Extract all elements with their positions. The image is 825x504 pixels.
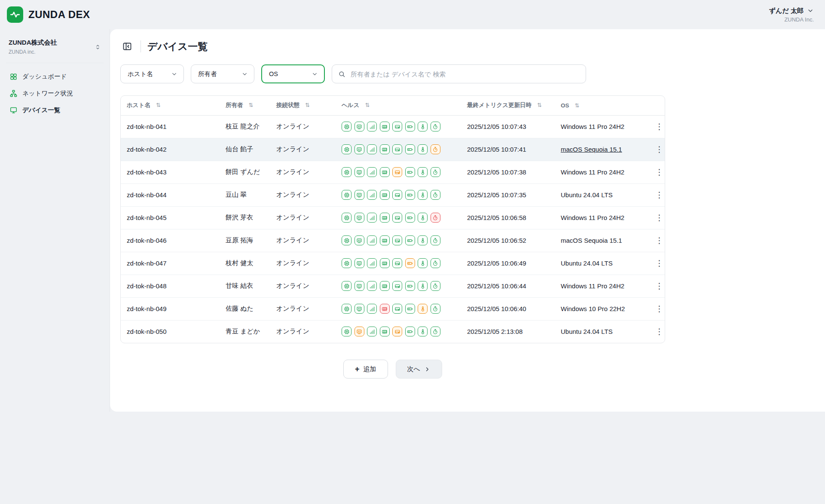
user-menu[interactable]: ずんだ 太郎 ZUNDA Inc. — [769, 7, 814, 23]
sort-icon[interactable]: ⇅ — [153, 101, 163, 109]
row-menu-button[interactable]: ⋮ — [652, 144, 665, 155]
org-subtitle: ZUNDA inc. — [9, 49, 57, 55]
search-input[interactable] — [350, 70, 580, 78]
battery-icon — [405, 258, 415, 268]
next-page-button[interactable]: 次へ — [396, 360, 442, 379]
table-row[interactable]: zd-tok-nb-047枝村 健太オンライン2025/12/05 10:06:… — [121, 252, 665, 275]
host-name: zd-tok-nb-042 — [127, 146, 167, 153]
owner-cell: 豆原 拓海 — [220, 229, 270, 252]
health-badges — [342, 190, 459, 200]
uptime-icon — [431, 304, 440, 314]
disk-icon — [392, 327, 402, 336]
last-metrics-time: 2025/12/05 10:06:58 — [467, 214, 526, 221]
host-cell: zd-tok-nb-046 — [121, 229, 220, 252]
filter-label: OS — [269, 70, 278, 77]
host-name: zd-tok-nb-049 — [127, 305, 167, 312]
last-metrics-time: 2025/12/05 10:07:41 — [467, 146, 526, 153]
row-menu-button[interactable]: ⋮ — [652, 303, 665, 315]
add-device-button[interactable]: + 追加 — [343, 360, 388, 379]
sidebar-item-label: ダッシュボード — [22, 73, 67, 81]
table-row[interactable]: zd-tok-nb-049佐藤 ぬたオンライン2025/12/05 10:06:… — [121, 297, 665, 320]
network-icon — [9, 89, 18, 98]
row-menu-button[interactable]: ⋮ — [652, 235, 665, 246]
host-name: zd-tok-nb-045 — [127, 214, 167, 221]
sidebar-item-devices[interactable]: デバイス一覧 — [6, 102, 104, 119]
row-menu-button[interactable]: ⋮ — [652, 212, 665, 223]
os-link[interactable]: macOS Sequoia 15.1 — [561, 146, 622, 153]
signal-icon — [367, 258, 377, 268]
table-row[interactable]: zd-tok-nb-048甘味 結衣オンライン2025/12/05 10:06:… — [121, 275, 665, 297]
updated-cell: 2025/12/05 10:06:52 — [461, 229, 555, 252]
filter-label: ホスト名 — [128, 70, 153, 78]
health-badges — [342, 281, 459, 291]
battery-icon — [405, 327, 415, 336]
owner-name: 仙台 餡子 — [226, 145, 253, 153]
connection-status: オンライン — [276, 282, 309, 289]
table-row[interactable]: zd-tok-nb-041枝豆 龍之介オンライン2025/12/05 10:07… — [121, 115, 665, 138]
temperature-icon — [418, 167, 428, 177]
row-actions-cell: ⋮ — [646, 183, 665, 206]
owner-cell: 枝豆 龍之介 — [220, 115, 270, 138]
os-cell: macOS Sequoia 15.1 — [555, 229, 646, 252]
filter-owner[interactable]: 所有者 — [191, 64, 254, 83]
gpu-icon — [354, 235, 364, 245]
status-cell: オンライン — [270, 252, 336, 275]
table-row[interactable]: zd-tok-nb-046豆原 拓海オンライン2025/12/05 10:06:… — [121, 229, 665, 252]
row-menu-button[interactable]: ⋮ — [652, 166, 665, 178]
column-label: 所有者 — [226, 102, 243, 108]
owner-name: 豆原 拓海 — [226, 236, 253, 244]
signal-icon — [367, 190, 377, 200]
health-cell — [336, 252, 461, 275]
chevron-down-icon — [807, 7, 814, 14]
collapse-sidebar-button[interactable] — [120, 40, 134, 53]
memory-icon — [380, 235, 390, 245]
filter-hostname[interactable]: ホスト名 — [120, 64, 184, 83]
owner-cell: 餅沢 芽衣 — [220, 206, 270, 229]
row-menu-button[interactable]: ⋮ — [652, 189, 665, 201]
host-name: zd-tok-nb-046 — [127, 237, 167, 244]
memory-icon — [380, 304, 390, 314]
table-row[interactable]: zd-tok-nb-042仙台 餡子オンライン2025/12/05 10:07:… — [121, 138, 665, 161]
row-menu-button[interactable]: ⋮ — [652, 257, 665, 269]
sort-icon[interactable]: ⇅ — [246, 101, 256, 109]
table-row[interactable]: zd-tok-nb-043餅田 ずんだオンライン2025/12/05 10:07… — [121, 161, 665, 183]
status-cell: オンライン — [270, 138, 336, 161]
os-value: Windows 11 Pro 24H2 — [561, 282, 624, 290]
gpu-icon — [354, 281, 364, 291]
health-cell — [336, 297, 461, 320]
os-value: Windows 11 Pro 24H2 — [561, 123, 624, 130]
column-label: 最終メトリクス更新日時 — [467, 102, 532, 108]
row-actions-cell: ⋮ — [646, 161, 665, 183]
row-menu-button[interactable]: ⋮ — [652, 280, 665, 292]
org-switcher[interactable]: ZUNDA株式会社 ZUNDA inc. — [6, 35, 104, 63]
sidebar-item-dashboard[interactable]: ダッシュボード — [6, 68, 104, 85]
row-menu-button[interactable]: ⋮ — [652, 121, 665, 132]
sidebar-item-network[interactable]: ネットワーク状況 — [6, 85, 104, 102]
table-row[interactable]: zd-tok-nb-045餅沢 芽衣オンライン2025/12/05 10:06:… — [121, 206, 665, 229]
sidebar-item-label: デバイス一覧 — [22, 106, 60, 114]
sort-icon[interactable]: ⇅ — [535, 101, 544, 109]
row-actions-cell: ⋮ — [646, 206, 665, 229]
table-row[interactable]: zd-tok-nb-044豆山 翠オンライン2025/12/05 10:07:3… — [121, 183, 665, 206]
last-metrics-time: 2025/12/05 10:06:40 — [467, 305, 526, 312]
connection-status: オンライン — [276, 145, 309, 153]
connection-status: オンライン — [276, 214, 309, 221]
filter-os[interactable]: OS — [261, 64, 325, 83]
gpu-icon — [354, 122, 364, 131]
sort-icon[interactable]: ⇅ — [302, 101, 312, 109]
main-panel: デバイス一覧 ホスト名 所有者 OS — [110, 29, 825, 412]
memory-icon — [380, 167, 390, 177]
disk-icon — [392, 167, 402, 177]
connection-status: オンライン — [276, 122, 309, 130]
sort-icon[interactable]: ⇅ — [572, 102, 582, 109]
table-row[interactable]: zd-tok-nb-050青豆 まどかオンライン2025/12/05 2:13:… — [121, 320, 665, 343]
temperature-icon — [418, 258, 428, 268]
updated-cell: 2025/12/05 10:07:41 — [461, 138, 555, 161]
updated-cell: 2025/12/05 10:06:44 — [461, 275, 555, 297]
sort-icon[interactable]: ⇅ — [362, 101, 372, 109]
row-menu-button[interactable]: ⋮ — [652, 326, 665, 337]
uptime-icon — [431, 167, 440, 177]
host-name: zd-tok-nb-050 — [127, 328, 167, 335]
user-company: ZUNDA Inc. — [769, 16, 814, 23]
cpu-icon — [342, 327, 351, 336]
